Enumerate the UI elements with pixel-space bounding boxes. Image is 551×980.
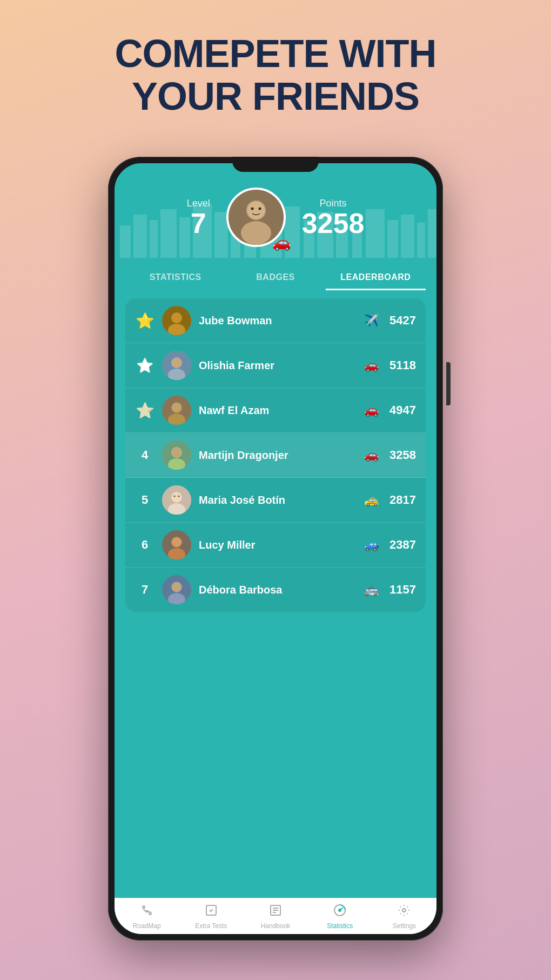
header-content: Level 7 xyxy=(115,188,436,247)
avatar-image-4 xyxy=(162,441,191,470)
nav-label-extra-tests: Extra Tests xyxy=(195,922,227,930)
leaderboard-row-2[interactable]: ⭐ Olishia Farmer 🚗 5118 xyxy=(125,343,426,388)
user-name-4: Martijn Dragonjer xyxy=(199,449,357,462)
nav-item-roadmap[interactable]: RoadMap xyxy=(115,904,179,930)
nav-item-handbook[interactable]: Handbook xyxy=(243,904,307,930)
leaderboard-row-7[interactable]: 7 Débora Barbosa 🚌 1157 xyxy=(125,568,426,612)
car-icon-1: ✈️ xyxy=(364,314,379,328)
user-avatar-2 xyxy=(162,351,191,380)
avatar-image-3 xyxy=(162,396,191,425)
avatar-car-icon: 🚗 xyxy=(272,234,291,251)
svg-point-45 xyxy=(174,496,176,497)
nav-item-settings[interactable]: Settings xyxy=(372,904,436,930)
leaderboard-row-1[interactable]: ⭐ Jube Bowman ✈️ 5427 xyxy=(125,298,426,343)
tabs-bar: STATISTICS BADGES LEADERBOARD xyxy=(115,266,436,290)
avatar-image-6 xyxy=(162,530,191,559)
extra-tests-icon xyxy=(205,904,218,920)
car-icon-2: 🚗 xyxy=(364,358,379,372)
user-name-6: Lucy Miller xyxy=(199,539,357,551)
user-name-5: Maria José Botín xyxy=(199,494,357,506)
svg-point-64 xyxy=(339,909,341,911)
phone-screen: Level 7 xyxy=(115,163,436,934)
handbook-icon xyxy=(269,904,282,920)
page-title-section: COMEPETE WITH YOUR FRIENDS xyxy=(0,0,551,134)
svg-point-23 xyxy=(247,202,265,219)
points-number: 3258 xyxy=(302,209,365,237)
svg-point-22 xyxy=(241,221,271,245)
svg-point-50 xyxy=(172,537,182,547)
rank-number-4: 4 xyxy=(135,445,154,465)
svg-point-40 xyxy=(172,448,182,457)
svg-point-54 xyxy=(172,582,182,592)
tab-leaderboard[interactable]: LEADERBOARD xyxy=(326,266,426,290)
user-name-2: Olishia Farmer xyxy=(199,359,357,372)
leaderboard-row-6[interactable]: 6 Lucy Miller 🚙 2387 xyxy=(125,523,426,568)
user-score-4: 3258 xyxy=(389,448,416,462)
nav-item-extra-tests[interactable]: Extra Tests xyxy=(179,904,243,930)
rank-badge-2: ⭐ xyxy=(135,356,154,375)
phone-notch xyxy=(232,157,319,172)
leaderboard-row-3[interactable]: ⭐ Nawf El Azam 🚗 4947 xyxy=(125,388,426,433)
user-score-6: 2387 xyxy=(389,538,416,552)
phone-side-button xyxy=(446,362,451,405)
user-name-1: Jube Bowman xyxy=(199,315,357,327)
points-section: Points 3258 xyxy=(302,198,365,237)
rank-number-6: 6 xyxy=(135,535,154,555)
user-avatar-container: 🚗 xyxy=(226,188,286,247)
bottom-nav: RoadMap Extra Tests xyxy=(115,898,436,934)
phone-wrapper: Level 7 xyxy=(108,157,443,941)
svg-point-55 xyxy=(143,906,145,908)
nav-item-statistics[interactable]: Statistics xyxy=(308,904,372,930)
user-score-5: 2817 xyxy=(389,493,416,507)
user-avatar-3 xyxy=(162,396,191,425)
user-score-2: 5118 xyxy=(389,358,416,372)
header-section: Level 7 xyxy=(115,163,436,258)
car-icon-4: 🚗 xyxy=(364,448,379,462)
level-label: Level xyxy=(187,198,210,209)
leaderboard-container: ⭐ Jube Bowman ✈️ 5427 xyxy=(115,290,436,898)
hero-title: COMEPETE WITH YOUR FRIENDS xyxy=(0,32,551,118)
nav-label-statistics: Statistics xyxy=(327,922,353,930)
user-name-3: Nawf El Azam xyxy=(199,404,357,417)
rank-number-5: 5 xyxy=(135,490,154,510)
user-name-7: Débora Barbosa xyxy=(199,584,357,596)
svg-point-65 xyxy=(402,909,406,912)
svg-point-24 xyxy=(251,208,253,210)
rank-badge-3: ⭐ xyxy=(135,401,154,420)
svg-point-25 xyxy=(258,208,261,210)
leaderboard-list: ⭐ Jube Bowman ✈️ 5427 xyxy=(125,298,426,612)
roadmap-icon xyxy=(140,904,153,920)
svg-point-57 xyxy=(146,911,147,912)
user-avatar-4 xyxy=(162,441,191,470)
user-avatar-5 xyxy=(162,485,191,515)
avatar-image-7 xyxy=(162,575,191,604)
user-score-7: 1157 xyxy=(389,583,416,597)
svg-point-27 xyxy=(171,312,182,323)
car-icon-3: 🚗 xyxy=(364,403,379,417)
user-score-1: 5427 xyxy=(389,314,416,328)
statistics-icon xyxy=(333,904,346,920)
tab-badges[interactable]: BADGES xyxy=(225,266,325,290)
rank-badge-1: ⭐ xyxy=(135,311,154,330)
user-score-3: 4947 xyxy=(389,403,416,417)
avatar-image-5 xyxy=(162,485,191,515)
svg-point-32 xyxy=(172,358,182,368)
car-icon-6: 🚙 xyxy=(364,538,379,552)
user-avatar-7 xyxy=(162,575,191,604)
level-section: Level 7 xyxy=(187,198,210,237)
leaderboard-row-5[interactable]: 5 Maria José Botín xyxy=(125,478,426,523)
avatar-image-1 xyxy=(162,306,191,335)
nav-label-handbook: Handbook xyxy=(261,922,291,930)
svg-point-56 xyxy=(149,912,151,915)
tab-statistics[interactable]: STATISTICS xyxy=(125,266,225,290)
points-label: Points xyxy=(302,198,365,209)
nav-label-roadmap: RoadMap xyxy=(133,922,161,930)
leaderboard-row-4[interactable]: 4 Martijn Dragonjer 🚗 3258 xyxy=(125,433,426,478)
car-icon-5: 🚕 xyxy=(364,493,379,507)
car-icon-7: 🚌 xyxy=(364,583,379,597)
phone-device: Level 7 xyxy=(108,157,443,941)
user-avatar-6 xyxy=(162,530,191,559)
level-number: 7 xyxy=(187,209,210,237)
svg-point-44 xyxy=(172,492,182,502)
svg-point-36 xyxy=(172,403,182,412)
